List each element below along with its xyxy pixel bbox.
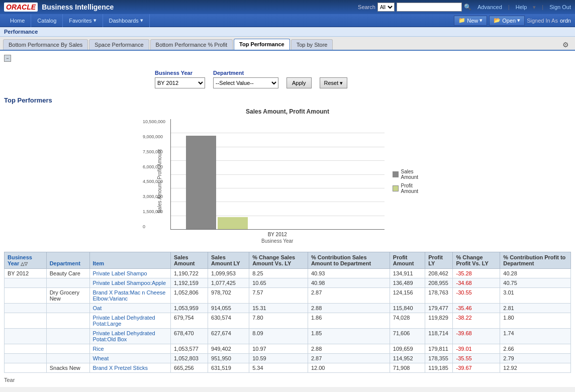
- new-button[interactable]: 📁 New ▾: [454, 16, 487, 26]
- help-link[interactable]: Help: [516, 4, 527, 10]
- table-cell: [5, 313, 47, 329]
- table-cell[interactable]: Brand X Pasta:Mac n Cheese Elbow:Varianc: [89, 288, 170, 304]
- y-label-6: 1,500,000: [143, 209, 165, 214]
- th-pct-change-sales: % Change Sales Amount Vs. LY: [249, 252, 308, 269]
- table-row: Oat1,053,959914,05515.312.88115,840179,4…: [5, 304, 571, 313]
- department-filter: Department --Select Value--: [213, 70, 278, 88]
- table-cell: 1,190,722: [170, 269, 208, 278]
- legend-profit-box: [393, 185, 399, 191]
- table-cell: 40.98: [308, 278, 390, 288]
- dashboards-link[interactable]: Dashboards ▾: [103, 14, 150, 27]
- y-label-1: 9,000,000: [143, 134, 165, 139]
- tab-bottom-perf-profit[interactable]: Bottom Performance % Profit: [150, 39, 233, 50]
- search-scope-select[interactable]: All: [377, 3, 395, 12]
- table-cell: 15.31: [249, 304, 308, 313]
- table-cell: -30.55: [453, 288, 500, 304]
- legend-profit-label: ProfitAmount: [401, 183, 418, 194]
- minimize-button[interactable]: −: [4, 55, 11, 62]
- tab-top-by-store[interactable]: Top by Store: [291, 39, 333, 50]
- table-cell: 10.59: [249, 354, 308, 363]
- signout-link[interactable]: Sign Out: [549, 4, 571, 10]
- table-cell: 40.28: [500, 269, 571, 278]
- dept-header-link[interactable]: Department: [50, 260, 80, 266]
- nav-sep-2: ▾: [533, 4, 536, 11]
- table-cell: 2.66: [500, 344, 571, 354]
- table-cell: 178,355: [425, 354, 453, 363]
- open-button[interactable]: 📂 Open ▾: [489, 16, 525, 26]
- tab-bottom-perf-sales[interactable]: Bottom Performance By Sales: [3, 39, 88, 50]
- table-cell: 1,077,425: [208, 278, 249, 288]
- nav-sep-1: |: [508, 4, 510, 10]
- department-label: Department: [213, 70, 278, 76]
- search-area: Search All 🔍: [358, 3, 471, 12]
- item-link[interactable]: Oat: [93, 305, 102, 311]
- table-cell: 631,519: [208, 363, 249, 373]
- table-cell: 2.88: [308, 344, 390, 354]
- biz-year-sort-link[interactable]: Business Year: [8, 254, 32, 266]
- item-link[interactable]: Brand X Pretzel Sticks: [93, 365, 148, 371]
- search-icon[interactable]: 🔍: [464, 4, 471, 11]
- reset-button[interactable]: Reset ▾: [320, 77, 348, 88]
- main-content: − Business Year BY 2012 Department --Sel…: [0, 51, 575, 387]
- table-cell[interactable]: Brand X Pretzel Sticks: [89, 363, 170, 373]
- item-link[interactable]: Private Label Dehydrated Potat:Large: [93, 315, 155, 327]
- table-cell: Dry Grocery New: [46, 288, 89, 304]
- bi-title: Business Intelligence: [42, 3, 114, 11]
- performance-label: Performance: [0, 27, 575, 37]
- data-table: Business Year △▽ Department Item Sales A…: [4, 252, 571, 373]
- table-cell: 7.80: [249, 313, 308, 329]
- table-cell[interactable]: Private Label Shampoo:Apple: [89, 278, 170, 288]
- table-cell[interactable]: Private Label Dehydrated Potat:Old Box: [89, 329, 170, 344]
- table-cell[interactable]: Wheat: [89, 354, 170, 363]
- item-link[interactable]: Wheat: [93, 355, 109, 361]
- item-link[interactable]: Private Label Shampoo:Apple: [93, 280, 166, 286]
- table-cell: 627,674: [208, 329, 249, 344]
- tab-space-perf[interactable]: Space Performance: [89, 39, 149, 50]
- th-sales-ly: Sales Amount LY: [208, 252, 249, 269]
- table-cell[interactable]: Private Label Shampo: [89, 269, 170, 278]
- y-label-2: 7,500,000: [143, 149, 165, 154]
- item-link[interactable]: Private Label Shampo: [93, 270, 147, 276]
- advanced-link[interactable]: Advanced: [477, 4, 502, 10]
- th-sales-amt: Sales Amount: [170, 252, 208, 269]
- table-cell: 179,811: [425, 344, 453, 354]
- item-link[interactable]: Private Label Dehydrated Potat:Old Box: [93, 330, 155, 342]
- table-cell: 3.01: [500, 288, 571, 304]
- table-cell: 8.09: [249, 329, 308, 344]
- favorites-link[interactable]: Favorites ▾: [63, 14, 103, 27]
- home-link[interactable]: Home: [4, 14, 31, 27]
- business-year-label: Business Year: [155, 70, 205, 76]
- search-input[interactable]: [397, 3, 462, 12]
- apply-button[interactable]: Apply: [286, 77, 312, 88]
- chart-container: Sales Amount, Profit Amount Sales Amount…: [4, 108, 571, 244]
- signed-in-as-label: Signed In As: [527, 18, 558, 24]
- section-title: Top Performers: [4, 94, 571, 108]
- table-cell: 2.87: [308, 288, 390, 304]
- table-cell: 40.75: [500, 278, 571, 288]
- second-navigation: Home Catalog Favorites ▾ Dashboards ▾ 📁 …: [0, 14, 575, 27]
- item-link[interactable]: Rice: [93, 346, 104, 352]
- table-cell: -35.46: [453, 304, 500, 313]
- item-header-link[interactable]: Item: [93, 260, 105, 266]
- tab-top-performance[interactable]: Top Performance: [234, 39, 290, 50]
- table-cell[interactable]: Rice: [89, 344, 170, 354]
- profit-bar: [218, 217, 248, 229]
- table-cell: 74,028: [390, 313, 425, 329]
- table-cell: 1.74: [500, 329, 571, 344]
- table-cell: 1.85: [308, 329, 390, 344]
- second-nav-right: 📁 New ▾ 📂 Open ▾ Signed In As ordn: [454, 16, 571, 26]
- chart-legend: SalesAmount ProfitAmount: [393, 119, 418, 244]
- table-row: Private Label Shampoo:Apple1,192,1591,07…: [5, 278, 571, 288]
- tab-gear-icon[interactable]: ⚙: [559, 40, 572, 50]
- table-cell[interactable]: Oat: [89, 304, 170, 313]
- table-cell: [5, 329, 47, 344]
- table-cell: 124,156: [390, 288, 425, 304]
- department-select[interactable]: --Select Value--: [213, 77, 278, 88]
- item-link[interactable]: Brand X Pasta:Mac n Cheese Elbow:Varianc: [93, 289, 166, 302]
- table-cell: 1.86: [308, 313, 390, 329]
- table-cell[interactable]: Private Label Dehydrated Potat:Large: [89, 313, 170, 329]
- business-year-select[interactable]: BY 2012: [155, 77, 205, 88]
- table-cell: 119,185: [425, 363, 453, 373]
- sort-icon: △▽: [21, 261, 28, 266]
- catalog-link[interactable]: Catalog: [31, 14, 63, 27]
